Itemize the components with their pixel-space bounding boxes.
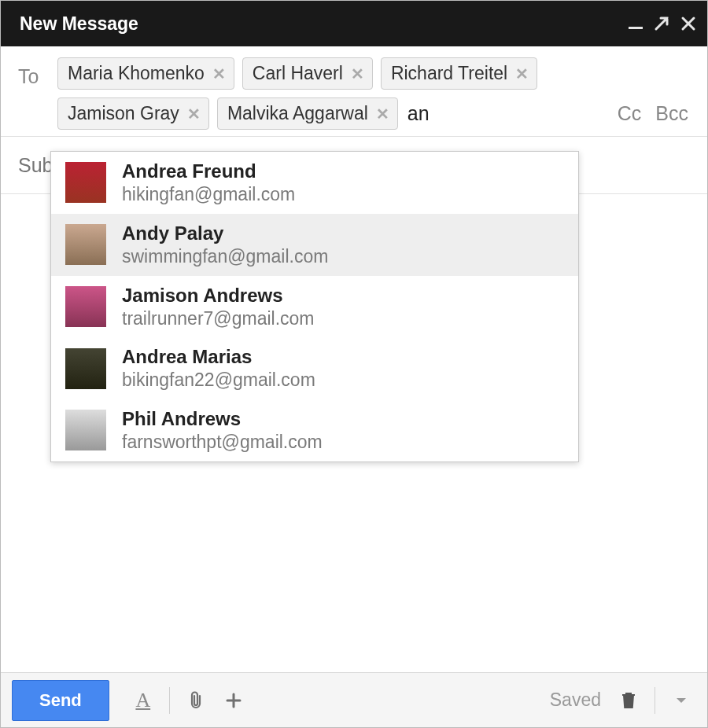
chip-remove-icon[interactable]: ✕ — [351, 64, 364, 83]
to-label: To — [18, 57, 46, 88]
chip-label: Richard Treitel — [391, 63, 507, 84]
recipient-chips[interactable]: Maria Khomenko✕Carl Haverl✕Richard Treit… — [57, 57, 690, 130]
recipient-chip[interactable]: Richard Treitel✕ — [381, 57, 537, 90]
divider — [169, 687, 170, 714]
window-controls — [629, 13, 696, 34]
contact-name: Andy Palay — [122, 222, 328, 245]
autocomplete-item[interactable]: Jamison Andrewstrailrunner7@gmail.com — [51, 276, 578, 338]
contact-email: swimmingfan@gmail.com — [122, 245, 328, 268]
titlebar: New Message — [1, 1, 707, 46]
attach-icon[interactable] — [181, 686, 211, 715]
more-options-icon[interactable] — [666, 686, 696, 715]
contact-name: Andrea Marias — [122, 345, 315, 369]
window-title: New Message — [20, 13, 138, 35]
autocomplete-item[interactable]: Andrea Mariasbikingfan22@gmail.com — [51, 337, 578, 399]
autocomplete-item[interactable]: Andrea Freundhikingfan@gmail.com — [51, 152, 578, 214]
contact-email: farnsworthpt@gmail.com — [122, 431, 323, 454]
chip-remove-icon[interactable]: ✕ — [515, 64, 529, 83]
close-icon[interactable] — [680, 16, 696, 31]
insert-icon[interactable] — [219, 686, 249, 715]
minimize-icon[interactable] — [629, 13, 643, 34]
cc-button[interactable]: Cc — [618, 102, 642, 125]
chip-remove-icon[interactable]: ✕ — [187, 105, 201, 123]
contact-email: hikingfan@gmail.com — [122, 183, 295, 206]
send-button[interactable]: Send — [12, 680, 109, 721]
chip-label: Malvika Aggarwal — [227, 103, 368, 124]
recipient-chip[interactable]: Jamison Gray✕ — [57, 97, 209, 130]
contact-name: Jamison Andrews — [122, 284, 315, 307]
avatar — [65, 162, 106, 203]
chip-remove-icon[interactable]: ✕ — [376, 105, 389, 123]
chip-remove-icon[interactable]: ✕ — [212, 64, 226, 83]
autocomplete-item[interactable]: Andy Palayswimmingfan@gmail.com — [51, 214, 578, 276]
recipient-chip[interactable]: Carl Haverl✕ — [242, 57, 373, 90]
compose-window: New Message To Maria Khomenko✕Carl Haver… — [0, 0, 708, 728]
chip-label: Jamison Gray — [68, 103, 179, 124]
avatar — [65, 224, 106, 265]
autocomplete-item[interactable]: Phil Andrewsfarnsworthpt@gmail.com — [51, 399, 578, 461]
chip-label: Carl Haverl — [253, 63, 343, 84]
contact-autocomplete: Andrea Freundhikingfan@gmail.comAndy Pal… — [50, 151, 579, 462]
avatar — [65, 286, 106, 327]
cc-bcc-toggles: Cc Bcc — [618, 102, 688, 125]
recipient-chip[interactable]: Malvika Aggarwal✕ — [217, 97, 398, 130]
avatar — [65, 410, 106, 450]
divider — [655, 687, 655, 714]
chip-label: Maria Khomenko — [68, 63, 205, 84]
format-icon[interactable]: A — [128, 686, 158, 715]
recipients-area: To Maria Khomenko✕Carl Haverl✕Richard Tr… — [1, 46, 707, 136]
saved-status: Saved — [550, 689, 601, 711]
recipient-chip[interactable]: Maria Khomenko✕ — [57, 57, 234, 90]
contact-email: trailrunner7@gmail.com — [122, 307, 315, 330]
avatar — [65, 348, 106, 389]
popout-icon[interactable] — [654, 16, 669, 31]
contact-email: bikingfan22@gmail.com — [122, 369, 315, 392]
contact-name: Andrea Freund — [122, 160, 295, 183]
contact-name: Phil Andrews — [122, 407, 323, 431]
trash-icon[interactable] — [614, 686, 643, 715]
compose-toolbar: Send A Saved — [1, 672, 707, 727]
bcc-button[interactable]: Bcc — [655, 102, 688, 125]
